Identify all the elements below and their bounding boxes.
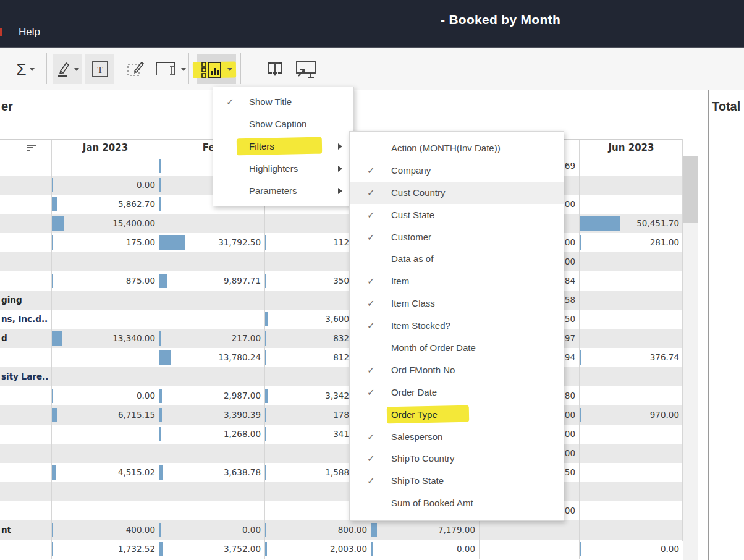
data-cell[interactable]: 400.00: [51, 520, 159, 540]
cell-value: 1,588: [325, 467, 349, 477]
data-cell[interactable]: 0.00: [579, 540, 683, 559]
menu-item-parameters[interactable]: Parameters: [213, 180, 353, 202]
data-cell[interactable]: 15,400.00: [51, 214, 159, 233]
value-bar: [52, 331, 62, 346]
value-bar: [265, 331, 266, 346]
data-cell[interactable]: 13,340.00: [51, 329, 159, 348]
value-bar: [159, 178, 161, 192]
table-row: 0.002,987.003,34280: [0, 386, 683, 405]
menu-item-label: Ord FMonth No: [391, 359, 455, 381]
annotate-button[interactable]: [124, 54, 148, 84]
table-row: 875.009,897.7135084: [0, 271, 683, 291]
data-cell[interactable]: 970.00: [579, 405, 683, 425]
download-button[interactable]: [262, 54, 288, 84]
data-cell[interactable]: 0.00: [371, 540, 479, 559]
data-cell[interactable]: 2,003.00: [264, 540, 371, 559]
row-label[interactable]: ns, Inc.d..: [1, 314, 48, 324]
data-cell[interactable]: 13,780.24: [159, 348, 264, 367]
vertical-scrollbar[interactable]: [683, 156, 698, 560]
value-bar: [371, 523, 377, 537]
cell-value: 341: [333, 429, 349, 439]
menu-item-show-caption[interactable]: Show Caption: [213, 113, 353, 135]
filter-item-cust-state[interactable]: ✓Cust State: [350, 204, 564, 226]
fit-size-button[interactable]: [152, 54, 188, 84]
filter-item-customer[interactable]: ✓Customer: [350, 226, 564, 248]
row-label[interactable]: ging: [1, 295, 22, 305]
menu-item-highlighters[interactable]: Highlighters: [213, 158, 353, 180]
row-label[interactable]: d: [1, 333, 7, 343]
table-row: 4,515.023,638.781,58850: [0, 463, 683, 482]
value-bar: [52, 235, 53, 250]
data-cell[interactable]: 1,732.52: [51, 540, 159, 559]
data-cell[interactable]: 376.74: [579, 348, 683, 367]
value-bar: [580, 408, 581, 422]
cell-value: 3,390.39: [224, 410, 261, 420]
data-cell[interactable]: 31,792.50: [159, 233, 264, 252]
data-cell[interactable]: 4,515.02: [51, 463, 159, 482]
filter-item-action-month-inv-date[interactable]: Action (MONTH(Inv Date)): [350, 137, 564, 159]
data-cell: [159, 310, 264, 329]
table-row: ns, Inc.d..3,60050: [0, 310, 683, 329]
help-menu[interactable]: Help: [19, 26, 40, 38]
data-cell[interactable]: 3,752.00: [159, 540, 264, 559]
filter-item-shipto-state[interactable]: ✓ShipTo State: [350, 470, 564, 492]
column-header-jan-2023[interactable]: Jan 2023: [51, 140, 159, 156]
sort-icon[interactable]: [27, 144, 38, 153]
scrollbar-thumb[interactable]: [683, 156, 698, 223]
data-cell[interactable]: 1,268.00: [159, 425, 264, 444]
checkmark-icon: ✓: [367, 204, 375, 226]
data-cell[interactable]: 2,987.00: [159, 386, 264, 405]
filter-item-ord-fmonth-no[interactable]: ✓Ord FMonth No: [350, 359, 564, 381]
data-cell[interactable]: 175.00: [51, 233, 159, 252]
row-label[interactable]: sity Lare..: [1, 371, 48, 381]
menu-item-show-title[interactable]: ✓Show Title: [213, 91, 353, 113]
data-cell: [579, 156, 683, 176]
data-cell[interactable]: 0.00: [51, 176, 159, 195]
filter-item-data-as-of[interactable]: Data as of: [350, 248, 564, 270]
filter-item-month-of-order-date[interactable]: Month of Order Date: [350, 337, 564, 359]
format-pen-button[interactable]: [53, 54, 82, 84]
data-cell[interactable]: 875.00: [51, 271, 159, 291]
data-cell[interactable]: 3,638.78: [159, 463, 264, 482]
presentation-mode-button[interactable]: [290, 54, 320, 84]
column-header-jun-2023[interactable]: Jun 2023: [579, 140, 683, 156]
checkmark-icon: ✓: [367, 381, 375, 404]
value-bar: [52, 408, 57, 422]
data-cell[interactable]: 50,451.70: [579, 214, 683, 233]
filter-item-sum-of-booked-amt[interactable]: Sum of Booked Amt: [350, 492, 564, 514]
sigma-icon: Σ: [16, 61, 26, 77]
show-hide-cards-button[interactable]: [197, 54, 236, 84]
data-cell[interactable]: 5,862.70: [51, 195, 159, 214]
cell-value: 970.00: [650, 410, 679, 420]
value-bar: [265, 350, 266, 365]
data-cell[interactable]: 6,715.15: [51, 405, 159, 425]
data-cell[interactable]: 9,897.71: [159, 271, 264, 291]
text-label-button[interactable]: T: [85, 54, 114, 84]
data-cell[interactable]: 217.00: [159, 329, 264, 348]
data-cell[interactable]: 3,390.39: [159, 405, 264, 425]
menu-item-filters[interactable]: Filters: [213, 135, 353, 158]
value-bar: [159, 465, 163, 480]
sigma-analytics-button[interactable]: Σ: [10, 54, 41, 84]
data-cell[interactable]: 0.00: [51, 386, 159, 405]
data-cell[interactable]: 281.00: [579, 233, 683, 252]
data-cell[interactable]: 0.00: [159, 520, 264, 540]
filter-item-item-class[interactable]: ✓Item Class: [350, 292, 564, 315]
data-cell[interactable]: 7,179.00: [371, 520, 479, 540]
filter-item-cust-country[interactable]: ✓Cust Country: [350, 182, 564, 204]
filter-item-item-stocked[interactable]: ✓Item Stocked?: [350, 315, 564, 337]
filter-item-item[interactable]: ✓Item: [350, 270, 564, 292]
filter-item-order-date[interactable]: ✓Order Date: [350, 381, 564, 404]
value-bar: [265, 274, 266, 288]
checkmark-icon: ✓: [367, 270, 375, 292]
filter-item-company[interactable]: ✓Company: [350, 159, 564, 182]
value-bar: [580, 350, 581, 365]
data-cell[interactable]: 800.00: [264, 520, 371, 540]
filter-item-salesperson[interactable]: ✓Salesperson: [350, 426, 564, 448]
menu-item-label: Company: [391, 159, 431, 182]
row-label[interactable]: nt: [1, 525, 11, 535]
value-bar: [52, 523, 53, 537]
filter-item-order-type[interactable]: Order Type: [350, 404, 564, 426]
checkmark-icon: ✓: [226, 91, 234, 113]
filter-item-shipto-country[interactable]: ✓ShipTo Country: [350, 448, 564, 470]
